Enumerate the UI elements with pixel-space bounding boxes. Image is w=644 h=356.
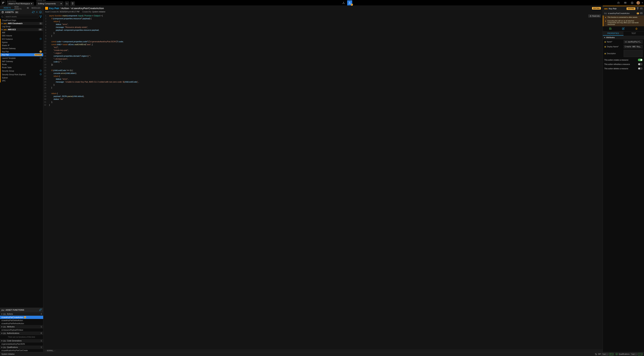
func-item[interactable]: si:resourcePayloadToValue — [0, 328, 43, 332]
changeset-dropdown[interactable]: Editing Components — [36, 2, 63, 6]
filter-icon[interactable] — [39, 15, 42, 18]
changeset-label: CHANGE SET: — [36, 0, 75, 2]
tab-test[interactable]: TEST — [624, 32, 644, 36]
tree-item[interactable]: EC2 Instance — [0, 37, 43, 41]
warning-2: ▲ Executing this will run on all attache… — [603, 19, 644, 26]
tree-item[interactable]: Security Group — [0, 69, 43, 73]
func-section-header[interactable]: f(x)Code Generations1 — [0, 339, 43, 342]
chevron-down-icon[interactable] — [642, 2, 643, 4]
tree-item[interactable]: Egress — [0, 41, 43, 44]
right-title: Key Pair — [609, 8, 626, 10]
link-icon[interactable] — [39, 308, 42, 312]
func-section-header[interactable]: f(x)Actions3 — [0, 312, 43, 316]
settings-icon[interactable] — [640, 12, 642, 15]
tree-item[interactable]: Key PairEDITING — [0, 53, 43, 56]
tree-item[interactable]: Launch Template — [0, 56, 43, 60]
warning-icon: ▲ — [605, 20, 606, 25]
workspace-dropdown[interactable]: Adam's Prod Workspace — [7, 2, 34, 6]
toggle-switch[interactable] — [638, 63, 642, 66]
tree-item[interactable]: Route Table — [0, 66, 43, 69]
lab-view-button[interactable]: 1 — [347, 0, 352, 6]
func-section-header[interactable]: f(x)Attributes1 — [0, 325, 43, 328]
checkmark-icon — [616, 353, 618, 356]
svg-rect-14 — [636, 28, 637, 30]
right-editing-badge: EDITING — [626, 8, 635, 10]
svg-rect-1 — [4, 2, 4, 3]
tree-item[interactable]: VPC — [0, 79, 43, 82]
tab-properties[interactable]: PROPERTIES — [603, 32, 624, 36]
aws-icon: aws — [4, 23, 7, 24]
toggle-label: This action creates a resource — [604, 59, 638, 61]
merge-button[interactable] — [65, 2, 69, 6]
tab-new-assets-label: NEW ASSETS — [14, 6, 26, 10]
tree-group[interactable]: awsAWS EC219 — [0, 28, 43, 31]
item-name: AMI — [2, 32, 42, 34]
tree-item[interactable]: Log Group — [0, 25, 43, 28]
bottom-bar: System Initiative Diff Total: 1 ☰ 1 Qual… — [0, 352, 644, 356]
tree-item[interactable]: Subnet — [0, 76, 43, 79]
crumb-asset[interactable]: Key Pair — [49, 7, 59, 10]
tree-item[interactable]: EBS Volume — [0, 34, 43, 37]
discord-button[interactable] — [623, 0, 628, 6]
attr-value[interactable]: Create AWS Key Pair — [624, 45, 642, 48]
func-section-header[interactable]: f(x)Qualifications1 — [0, 346, 43, 349]
graph-view-button[interactable] — [341, 0, 346, 6]
search-input[interactable] — [4, 15, 38, 18]
toggle-label: This action deletes a resource — [604, 68, 638, 70]
attr-value[interactable] — [624, 50, 642, 57]
settings-icon[interactable] — [640, 7, 642, 10]
tab-new-assets[interactable]: NEW ASSETS 36 — [14, 6, 29, 10]
tree-item[interactable]: CloudFront Origin — [0, 19, 43, 22]
edit-icon[interactable] — [622, 27, 624, 30]
refresh-icon[interactable] — [32, 11, 34, 14]
func-item[interactable]: si:awsKeyPairCreateAction3 — [0, 316, 43, 319]
diff-status[interactable]: Diff Total: 1 ☰ 1 — [595, 353, 614, 356]
meta-by-value: System Initiative — [92, 11, 106, 13]
func-item[interactable]: si:awsKeyPairDeleteAction — [0, 319, 43, 322]
toggle-label: This action refreshes a resource — [604, 63, 638, 65]
search-row — [0, 14, 43, 19]
right-toolbar — [603, 26, 644, 32]
editing-badge: EDITING — [34, 54, 42, 56]
fx-icon: f(x) — [4, 326, 6, 328]
tree-item[interactable]: Route — [0, 63, 43, 66]
toggle-switch[interactable] — [638, 67, 642, 70]
bug-icon[interactable] — [635, 27, 638, 30]
asset-tree: CloudFront OriginawsAWS Cloudwatch1Log G… — [0, 19, 43, 308]
tree-item[interactable]: Key Pair2 — [0, 50, 43, 53]
tab-modules[interactable]: MODULES — [29, 6, 43, 10]
code-editor[interactable]: Read-only 123456789101112131415161718192… — [43, 14, 603, 349]
tree-item[interactable]: Security Group Rule (Ingress) — [0, 73, 43, 76]
item-name: CloudFront Origin — [2, 20, 42, 22]
editor-status: --NORMAL-- — [43, 349, 603, 352]
save-icon[interactable] — [609, 27, 612, 30]
item-name: Elastic IP — [2, 44, 42, 46]
tree-item[interactable]: AMI — [0, 31, 43, 34]
func-item[interactable]: si:awsKeyPairRefreshAction — [0, 322, 43, 325]
delete-changeset-button[interactable] — [70, 2, 75, 6]
user-avatar[interactable] — [636, 1, 640, 5]
tree-item[interactable]: NAT Gateway — [0, 60, 43, 63]
func-section-header[interactable]: f(x)Authentications0 — [0, 332, 43, 335]
qualifications-status[interactable]: Qualifications Total: 1 ✓ 1 — [616, 353, 642, 356]
func-item[interactable]: si:generateAwsKeyPairJSON — [0, 342, 43, 346]
contrib-icon — [40, 73, 42, 76]
tree-item[interactable]: Internet Gateway — [0, 47, 43, 50]
add-icon[interactable] — [36, 11, 38, 14]
contrib-icon — [40, 57, 42, 59]
func-item[interactable]: si:qualificationKeyPairCanCreate — [0, 349, 43, 352]
tree-group[interactable]: awsAWS Cloudwatch1 — [0, 22, 43, 25]
app-logo[interactable] — [1, 1, 6, 5]
item-name: Key Pair — [2, 51, 39, 53]
attr-value[interactable]: si:awsKeyPairCreat… — [624, 40, 642, 44]
attributes-section[interactable]: Attributes — [603, 36, 644, 40]
toggle-switch[interactable] — [638, 59, 642, 61]
item-name: Security Group Rule (Ingress) — [2, 74, 39, 76]
settings-button[interactable] — [630, 0, 635, 6]
tree-item[interactable]: Elastic IP — [0, 44, 43, 47]
group-name: AWS EC2 — [8, 28, 37, 30]
help-button[interactable] — [616, 0, 621, 6]
trash-icon[interactable] — [636, 7, 639, 10]
import-icon[interactable] — [39, 11, 42, 14]
tab-assets[interactable]: ASSETS — [0, 6, 14, 10]
